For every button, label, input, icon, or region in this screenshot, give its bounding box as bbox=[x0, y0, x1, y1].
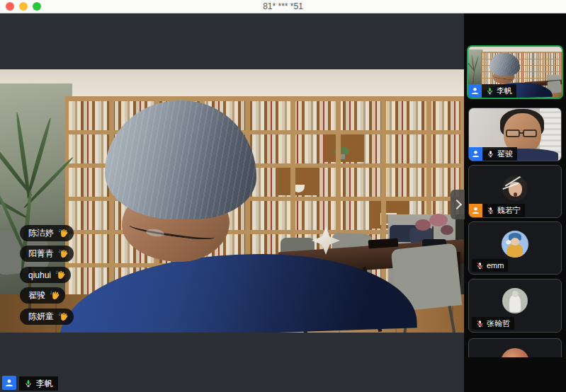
avatar bbox=[502, 288, 528, 313]
speaker-hair bbox=[105, 100, 256, 219]
speaker-hair bbox=[489, 53, 520, 76]
mic-muted-icon bbox=[476, 261, 484, 270]
clap-hands-icon bbox=[58, 228, 69, 238]
participant-label: 魏若宁 bbox=[469, 204, 525, 217]
avatar bbox=[502, 175, 528, 201]
avatar-face bbox=[511, 238, 519, 246]
participant-tile-lifan[interactable]: 李帆 bbox=[467, 45, 563, 99]
avatar-body bbox=[507, 244, 523, 258]
flowers bbox=[441, 225, 453, 235]
participant-label: 翟骏 bbox=[469, 147, 517, 161]
avatar-figure bbox=[509, 295, 521, 312]
participant-name: 张翰哲 bbox=[487, 318, 510, 329]
participant-label: emm bbox=[472, 259, 508, 272]
window-title: 81* *** *51 bbox=[0, 0, 566, 13]
participant-name: 翟骏 bbox=[497, 149, 513, 159]
collapse-panel-button[interactable] bbox=[451, 190, 465, 219]
reaction-pill: 陈洁婷 bbox=[20, 225, 74, 241]
avatar-mouth bbox=[514, 192, 517, 197]
participant-tile-zhanghanzhe[interactable]: 张翰哲 bbox=[468, 279, 562, 333]
person-badge-icon bbox=[2, 376, 16, 390]
reaction-pill: 翟骏 bbox=[20, 287, 65, 304]
stage-speaker-label: 李帆 bbox=[19, 376, 58, 391]
participant-glasses bbox=[506, 129, 520, 137]
speaker-head bbox=[489, 53, 520, 85]
participant-tile-partial[interactable] bbox=[468, 338, 562, 357]
clap-hands-icon bbox=[58, 311, 69, 322]
participant-glasses bbox=[523, 129, 537, 137]
reaction-pill: 陈妍童 bbox=[20, 309, 74, 325]
reaction-name: 阳菁青 bbox=[28, 248, 54, 260]
stage-speaker-name: 李帆 bbox=[36, 378, 53, 390]
mic-muted-icon bbox=[487, 206, 494, 215]
meeting-window: 81* *** *51 bbox=[0, 0, 566, 392]
reaction-pill: qiuhui bbox=[20, 267, 71, 283]
reaction-name: 陈妍童 bbox=[28, 311, 54, 323]
mic-on-icon bbox=[487, 149, 494, 158]
clap-hands-icon bbox=[58, 248, 69, 259]
clap-hands-icon bbox=[50, 290, 60, 301]
stage-video bbox=[0, 69, 464, 333]
participant-name: 李帆 bbox=[497, 86, 512, 96]
flowers bbox=[415, 219, 431, 231]
flower-stem bbox=[432, 226, 434, 241]
reaction-name: 翟骏 bbox=[28, 289, 45, 301]
avatar bbox=[502, 231, 528, 258]
clap-hands-icon bbox=[55, 270, 66, 280]
person-badge-icon bbox=[469, 147, 482, 161]
avatar bbox=[501, 348, 529, 357]
window-titlebar: 81* *** *51 bbox=[0, 0, 566, 13]
person-badge-icon bbox=[469, 204, 482, 217]
participant-tile-emm[interactable]: emm bbox=[468, 221, 562, 275]
participant-name: emm bbox=[487, 261, 504, 270]
glasses-bridge bbox=[519, 132, 523, 134]
avatar-head bbox=[512, 291, 519, 297]
participant-label: 张翰哲 bbox=[472, 317, 514, 330]
participant-label: 李帆 bbox=[468, 84, 516, 98]
reaction-pill: 阳菁青 bbox=[20, 246, 74, 262]
speaker-head bbox=[105, 100, 256, 265]
mic-muted-icon bbox=[476, 319, 484, 328]
reaction-name: qiuhui bbox=[28, 270, 51, 280]
leaf bbox=[26, 117, 52, 198]
mic-active-icon bbox=[486, 86, 494, 96]
participant-name: 魏若宁 bbox=[497, 205, 521, 216]
reaction-name: 陈洁婷 bbox=[28, 227, 54, 239]
mic-active-icon bbox=[24, 379, 33, 388]
participant-tile-zhaijun[interactable]: 翟骏 bbox=[468, 108, 562, 161]
person-badge-icon bbox=[468, 84, 482, 98]
participant-tile-weiruoning[interactable]: 魏若宁 bbox=[468, 165, 562, 218]
